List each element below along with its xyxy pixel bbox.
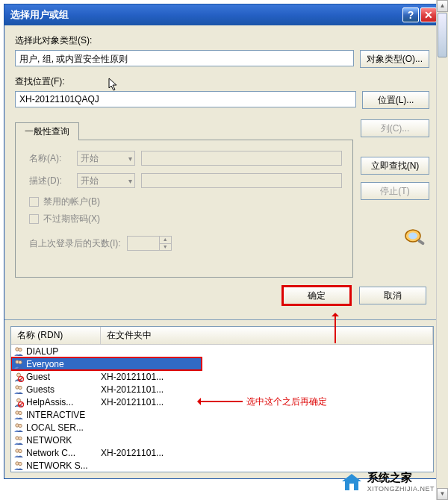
item-name: NETWORK <box>26 435 101 446</box>
desc-combo[interactable]: 开始 <box>77 173 135 188</box>
noexpire-password-label: 不过期密码(X) <box>43 213 100 225</box>
list-item[interactable]: LOCAL SER... <box>11 421 433 434</box>
svg-point-18 <box>19 424 22 427</box>
item-name: Guests <box>26 384 101 395</box>
svg-point-22 <box>19 449 22 452</box>
watermark-url: XITONGZHIJIA.NET <box>367 485 435 493</box>
desc-label: 描述(D): <box>29 175 71 187</box>
group-icon <box>13 384 25 395</box>
svg-point-2 <box>408 233 417 240</box>
dialog-content: 选择此对象类型(S): 用户, 组, 或内置安全性原则 对象类型(O)... 查… <box>4 25 440 313</box>
item-folder: XH-20121101... <box>101 384 433 395</box>
item-name: DIALUP <box>26 346 101 357</box>
search-icon <box>402 225 429 248</box>
days-label: 自上次登录后的天数(I): <box>29 237 121 250</box>
list-item[interactable]: DIALUP <box>11 345 433 357</box>
location-field[interactable]: XH-20121101QAQJ <box>15 91 356 107</box>
item-name: Guest <box>26 372 101 382</box>
group-icon <box>13 359 25 369</box>
dialog-window: 选择用户或组 ? ✕ 选择此对象类型(S): 用户, 组, 或内置安全性原则 对… <box>4 4 441 479</box>
user-icon <box>13 372 25 382</box>
noexpire-password-checkbox[interactable] <box>29 214 39 224</box>
watermark: 系统之家 XITONGZHIJIA.NET <box>340 471 435 493</box>
svg-point-24 <box>19 462 22 465</box>
svg-point-16 <box>19 411 22 414</box>
svg-point-11 <box>19 386 22 389</box>
annotation-text: 选中这个之后再确定 <box>246 396 327 408</box>
item-name: LOCAL SER... <box>26 422 101 433</box>
cancel-button[interactable]: 取消 <box>359 287 426 304</box>
list-item[interactable]: INTERACTIVE <box>11 408 433 421</box>
item-name: INTERACTIVE <box>26 410 101 420</box>
group-icon <box>13 448 25 458</box>
svg-rect-1 <box>417 239 425 246</box>
group-icon <box>13 422 25 433</box>
svg-point-6 <box>19 360 22 363</box>
svg-point-20 <box>19 437 22 440</box>
svg-point-4 <box>19 348 22 351</box>
window-title: 选择用户或组 <box>7 8 401 22</box>
name-input[interactable] <box>141 151 342 166</box>
group-icon <box>13 460 25 471</box>
cursor-icon <box>108 78 120 94</box>
column-name[interactable]: 名称 (RDN) <box>11 327 101 344</box>
group-icon <box>13 435 25 446</box>
results-header[interactable]: 名称 (RDN) 在文件夹中 <box>11 327 433 345</box>
days-spinner[interactable]: ▲ ▼ <box>127 236 172 251</box>
tab-general-query[interactable]: 一般性查询 <box>15 122 79 140</box>
titlebar[interactable]: 选择用户或组 ? ✕ <box>4 4 440 25</box>
desc-input[interactable] <box>141 173 342 188</box>
stop-button[interactable]: 停止(T) <box>361 182 429 200</box>
disabled-accounts-checkbox[interactable] <box>29 197 39 207</box>
help-button[interactable]: ? <box>402 7 419 22</box>
list-item[interactable]: NETWORK S... <box>11 459 433 472</box>
column-folder[interactable]: 在文件夹中 <box>101 327 433 344</box>
annotation-arrow-row <box>198 401 243 402</box>
annotation-arrow-ok <box>335 313 336 343</box>
spin-down-icon[interactable]: ▼ <box>159 244 171 251</box>
group-icon <box>13 346 25 357</box>
spin-up-icon[interactable]: ▲ <box>159 237 171 244</box>
item-name: Network C... <box>26 448 101 458</box>
item-name: HelpAssis... <box>26 397 101 407</box>
name-combo[interactable]: 开始 <box>77 151 135 166</box>
find-now-button[interactable]: 立即查找(N) <box>361 157 429 175</box>
columns-button[interactable]: 列(C)... <box>361 119 429 137</box>
location-button[interactable]: 位置(L)... <box>362 91 429 109</box>
close-button[interactable]: ✕ <box>420 7 437 22</box>
tab-container: 一般性查询 名称(A): 开始 描述(D): 开始 <box>15 122 353 278</box>
results-area: 名称 (RDN) 在文件夹中 DIALUPEveryoneGuestXH-201… <box>4 319 440 472</box>
disabled-accounts-label: 禁用的帐户(B) <box>43 196 100 208</box>
tab-panel: 名称(A): 开始 描述(D): 开始 禁用的帐户(B) <box>15 140 353 278</box>
group-icon <box>13 410 25 420</box>
list-item[interactable]: Everyone <box>11 357 202 370</box>
house-icon <box>340 472 363 492</box>
item-name: NETWORK S... <box>26 460 101 471</box>
list-item[interactable]: NETWORK <box>11 434 433 446</box>
name-label: 名称(A): <box>29 152 71 165</box>
list-item[interactable]: GuestsXH-20121101... <box>11 383 433 396</box>
list-item[interactable]: GuestXH-20121101... <box>11 370 433 383</box>
item-name: Everyone <box>26 359 101 369</box>
item-folder: XH-20121101... <box>101 448 433 458</box>
watermark-brand: 系统之家 <box>367 471 435 485</box>
svg-rect-27 <box>349 484 354 490</box>
ok-button[interactable]: 确定 <box>283 287 350 304</box>
user-icon <box>13 397 25 407</box>
item-folder: XH-20121101... <box>101 372 433 382</box>
object-type-field[interactable]: 用户, 组, 或内置安全性原则 <box>15 50 354 66</box>
results-list[interactable]: 名称 (RDN) 在文件夹中 DIALUPEveryoneGuestXH-201… <box>10 326 434 472</box>
list-item[interactable]: Network C...XH-20121101... <box>11 446 433 459</box>
object-type-label: 选择此对象类型(S): <box>15 34 429 47</box>
object-type-button[interactable]: 对象类型(O)... <box>360 50 429 68</box>
location-label: 查找位置(F): <box>15 75 429 88</box>
